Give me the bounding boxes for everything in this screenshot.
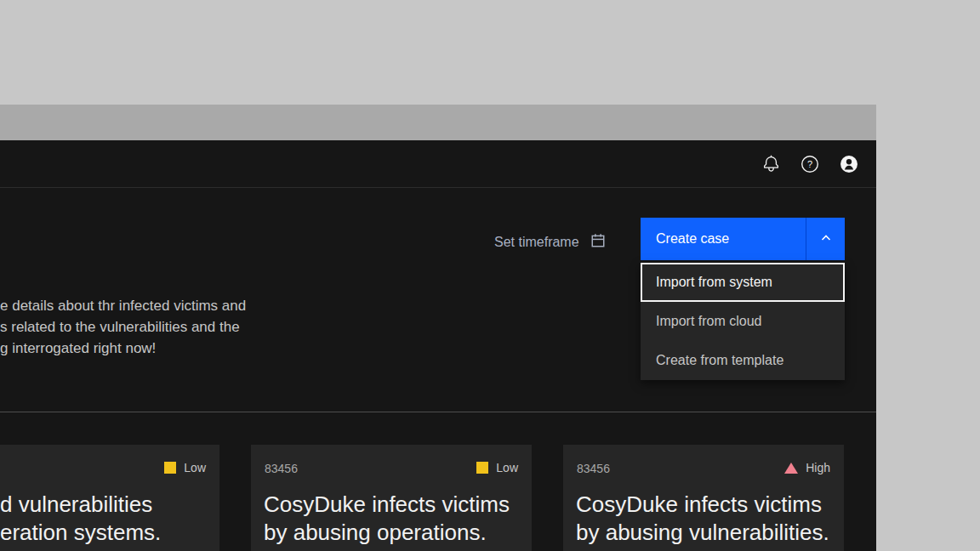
severity-label: High — [806, 461, 830, 474]
user-avatar-button[interactable] — [829, 145, 869, 184]
set-timeframe-label: Set timeframe — [494, 235, 579, 250]
create-case-split-button: Create case — [641, 218, 845, 260]
calendar-icon — [590, 233, 606, 252]
help-icon: ? — [801, 155, 819, 173]
severity-high-icon — [784, 463, 798, 474]
intro-paragraph: e details about thr infected victims and… — [0, 295, 272, 359]
case-id: 83456 — [265, 462, 298, 475]
screen: ? Set timeframe — [0, 0, 980, 551]
severity-badge: Low — [164, 461, 206, 474]
case-title: CosyDuke infects victims by abusing oper… — [264, 491, 510, 547]
intro-line: e details about thr infected victims and — [0, 295, 272, 316]
case-title: d vulnerabilities eration systems. — [0, 491, 161, 547]
window-titlebar[interactable] — [0, 105, 876, 140]
case-card[interactable]: Low d vulnerabilities eration systems. — [0, 445, 219, 551]
intro-line: s related to the vulnerabilities and the — [0, 316, 272, 338]
case-id: 83456 — [577, 462, 610, 475]
create-case-menu: Import from system Import from cloud Cre… — [641, 263, 845, 380]
menu-item-import-from-cloud[interactable]: Import from cloud — [641, 302, 845, 341]
notification-bell-button[interactable] — [751, 145, 790, 184]
create-case-button[interactable]: Create case — [641, 218, 806, 260]
menu-item-import-from-system[interactable]: Import from system — [641, 263, 845, 302]
help-button[interactable]: ? — [790, 145, 829, 184]
intro-line: g interrogated right now! — [0, 338, 272, 359]
app-header: ? — [0, 140, 876, 188]
chevron-up-icon — [819, 231, 833, 247]
severity-label: Low — [496, 461, 518, 474]
case-card[interactable]: 83456 Low CosyDuke infects victims by ab… — [251, 445, 532, 551]
severity-low-icon — [164, 462, 176, 474]
severity-low-icon — [476, 462, 488, 474]
severity-badge: High — [784, 461, 830, 474]
svg-text:?: ? — [807, 159, 812, 169]
case-title: CosyDuke infects victims by abusing vuln… — [576, 491, 829, 547]
severity-label: Low — [184, 461, 206, 474]
set-timeframe-button[interactable]: Set timeframe — [494, 234, 606, 251]
user-avatar-icon — [840, 155, 858, 173]
notification-bell-icon — [762, 155, 780, 173]
severity-badge: Low — [476, 461, 518, 474]
menu-item-create-from-template[interactable]: Create from template — [641, 341, 845, 380]
create-case-dropdown-toggle[interactable] — [806, 218, 845, 260]
section-divider — [0, 412, 876, 412]
app-window: ? Set timeframe — [0, 140, 876, 551]
case-card[interactable]: 83456 High CosyDuke infects victims by a… — [563, 445, 844, 551]
